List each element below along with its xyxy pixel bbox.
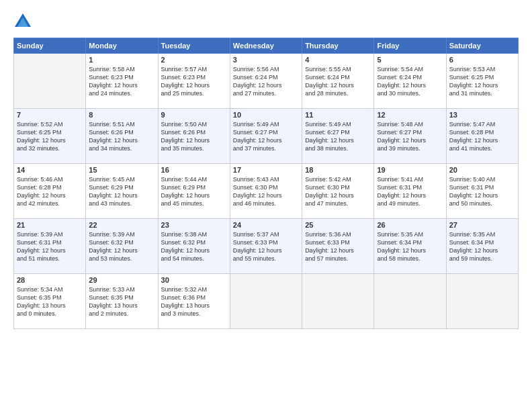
calendar-cell: 14Sunrise: 5:46 AM Sunset: 6:28 PM Dayli… [14,164,86,219]
day-number: 20 [449,166,515,174]
cell-info: Sunrise: 5:56 AM Sunset: 6:24 PM Dayligh… [233,65,299,98]
cell-info: Sunrise: 5:39 AM Sunset: 6:32 PM Dayligh… [89,230,154,263]
calendar-cell: 1Sunrise: 5:58 AM Sunset: 6:23 PM Daylig… [86,54,158,109]
calendar-week-row: 1Sunrise: 5:58 AM Sunset: 6:23 PM Daylig… [14,54,519,109]
cell-info: Sunrise: 5:46 AM Sunset: 6:28 PM Dayligh… [17,175,83,208]
cell-info: Sunrise: 5:33 AM Sunset: 6:35 PM Dayligh… [89,285,154,318]
day-number: 1 [89,56,154,64]
calendar-cell: 5Sunrise: 5:54 AM Sunset: 6:24 PM Daylig… [374,54,446,109]
calendar-cell: 17Sunrise: 5:43 AM Sunset: 6:30 PM Dayli… [230,164,302,219]
day-number: 5 [377,56,443,64]
calendar-cell: 21Sunrise: 5:39 AM Sunset: 6:31 PM Dayli… [14,219,86,274]
day-number: 10 [233,111,299,119]
cell-info: Sunrise: 5:34 AM Sunset: 6:35 PM Dayligh… [17,285,83,318]
calendar-cell: 16Sunrise: 5:44 AM Sunset: 6:29 PM Dayli… [158,164,230,219]
calendar-cell: 3Sunrise: 5:56 AM Sunset: 6:24 PM Daylig… [230,54,302,109]
calendar-cell: 12Sunrise: 5:48 AM Sunset: 6:27 PM Dayli… [374,109,446,164]
calendar-week-row: 7Sunrise: 5:52 AM Sunset: 6:25 PM Daylig… [14,109,519,164]
logo-icon [13,12,32,31]
cell-info: Sunrise: 5:38 AM Sunset: 6:32 PM Dayligh… [161,230,227,263]
day-number: 26 [377,221,443,229]
day-number: 30 [161,276,227,284]
day-number: 6 [449,56,515,64]
calendar-cell: 26Sunrise: 5:35 AM Sunset: 6:34 PM Dayli… [374,219,446,274]
calendar-cell: 11Sunrise: 5:49 AM Sunset: 6:27 PM Dayli… [302,109,374,164]
cell-info: Sunrise: 5:55 AM Sunset: 6:24 PM Dayligh… [305,65,371,98]
day-number: 15 [89,166,154,174]
cell-info: Sunrise: 5:36 AM Sunset: 6:33 PM Dayligh… [305,230,371,263]
calendar-cell: 27Sunrise: 5:35 AM Sunset: 6:34 PM Dayli… [446,219,518,274]
calendar-cell: 19Sunrise: 5:41 AM Sunset: 6:31 PM Dayli… [374,164,446,219]
day-number: 7 [17,111,83,119]
day-number: 4 [305,56,371,64]
weekday-header: Sunday [14,38,86,54]
day-number: 25 [305,221,371,229]
calendar-week-row: 14Sunrise: 5:46 AM Sunset: 6:28 PM Dayli… [14,164,519,219]
day-number: 13 [449,111,515,119]
day-number: 23 [161,221,227,229]
day-number: 2 [161,56,227,64]
cell-info: Sunrise: 5:49 AM Sunset: 6:27 PM Dayligh… [305,120,371,153]
calendar-cell [14,54,86,109]
calendar-page: SundayMondayTuesdayWednesdayThursdayFrid… [0,0,532,411]
day-number: 22 [89,221,154,229]
calendar-cell: 23Sunrise: 5:38 AM Sunset: 6:32 PM Dayli… [158,219,230,274]
cell-info: Sunrise: 5:57 AM Sunset: 6:23 PM Dayligh… [161,65,227,98]
calendar-cell [302,274,374,329]
calendar-cell: 18Sunrise: 5:42 AM Sunset: 6:30 PM Dayli… [302,164,374,219]
day-number: 24 [233,221,299,229]
calendar-cell: 2Sunrise: 5:57 AM Sunset: 6:23 PM Daylig… [158,54,230,109]
cell-info: Sunrise: 5:52 AM Sunset: 6:25 PM Dayligh… [17,120,83,153]
calendar-week-row: 28Sunrise: 5:34 AM Sunset: 6:35 PM Dayli… [14,274,519,329]
weekday-header-row: SundayMondayTuesdayWednesdayThursdayFrid… [14,38,519,54]
day-number: 19 [377,166,443,174]
calendar-cell: 20Sunrise: 5:40 AM Sunset: 6:31 PM Dayli… [446,164,518,219]
cell-info: Sunrise: 5:45 AM Sunset: 6:29 PM Dayligh… [89,175,154,208]
day-number: 18 [305,166,371,174]
weekday-header: Tuesday [158,38,230,54]
cell-info: Sunrise: 5:32 AM Sunset: 6:36 PM Dayligh… [161,285,227,318]
weekday-header: Wednesday [230,38,302,54]
calendar-cell: 25Sunrise: 5:36 AM Sunset: 6:33 PM Dayli… [302,219,374,274]
day-number: 8 [89,111,154,119]
header [13,12,519,31]
weekday-header: Saturday [446,38,518,54]
calendar-cell: 13Sunrise: 5:47 AM Sunset: 6:28 PM Dayli… [446,109,518,164]
cell-info: Sunrise: 5:50 AM Sunset: 6:26 PM Dayligh… [161,120,227,153]
calendar-cell: 9Sunrise: 5:50 AM Sunset: 6:26 PM Daylig… [158,109,230,164]
calendar-table: SundayMondayTuesdayWednesdayThursdayFrid… [13,38,519,329]
weekday-header: Friday [374,38,446,54]
day-number: 11 [305,111,371,119]
calendar-cell: 30Sunrise: 5:32 AM Sunset: 6:36 PM Dayli… [158,274,230,329]
cell-info: Sunrise: 5:43 AM Sunset: 6:30 PM Dayligh… [233,175,299,208]
calendar-week-row: 21Sunrise: 5:39 AM Sunset: 6:31 PM Dayli… [14,219,519,274]
calendar-cell: 15Sunrise: 5:45 AM Sunset: 6:29 PM Dayli… [86,164,158,219]
cell-info: Sunrise: 5:42 AM Sunset: 6:30 PM Dayligh… [305,175,371,208]
logo [13,12,35,31]
cell-info: Sunrise: 5:58 AM Sunset: 6:23 PM Dayligh… [89,65,154,98]
day-number: 16 [161,166,227,174]
day-number: 14 [17,166,83,174]
cell-info: Sunrise: 5:35 AM Sunset: 6:34 PM Dayligh… [449,230,515,263]
cell-info: Sunrise: 5:35 AM Sunset: 6:34 PM Dayligh… [377,230,443,263]
weekday-header: Thursday [302,38,374,54]
day-number: 21 [17,221,83,229]
calendar-cell: 4Sunrise: 5:55 AM Sunset: 6:24 PM Daylig… [302,54,374,109]
calendar-cell [230,274,302,329]
day-number: 9 [161,111,227,119]
calendar-cell: 7Sunrise: 5:52 AM Sunset: 6:25 PM Daylig… [14,109,86,164]
cell-info: Sunrise: 5:48 AM Sunset: 6:27 PM Dayligh… [377,120,443,153]
calendar-cell: 10Sunrise: 5:49 AM Sunset: 6:27 PM Dayli… [230,109,302,164]
cell-info: Sunrise: 5:44 AM Sunset: 6:29 PM Dayligh… [161,175,227,208]
cell-info: Sunrise: 5:54 AM Sunset: 6:24 PM Dayligh… [377,65,443,98]
day-number: 28 [17,276,83,284]
calendar-cell: 22Sunrise: 5:39 AM Sunset: 6:32 PM Dayli… [86,219,158,274]
calendar-cell [446,274,518,329]
cell-info: Sunrise: 5:39 AM Sunset: 6:31 PM Dayligh… [17,230,83,263]
cell-info: Sunrise: 5:47 AM Sunset: 6:28 PM Dayligh… [449,120,515,153]
day-number: 17 [233,166,299,174]
cell-info: Sunrise: 5:49 AM Sunset: 6:27 PM Dayligh… [233,120,299,153]
calendar-cell: 28Sunrise: 5:34 AM Sunset: 6:35 PM Dayli… [14,274,86,329]
day-number: 27 [449,221,515,229]
weekday-header: Monday [86,38,158,54]
